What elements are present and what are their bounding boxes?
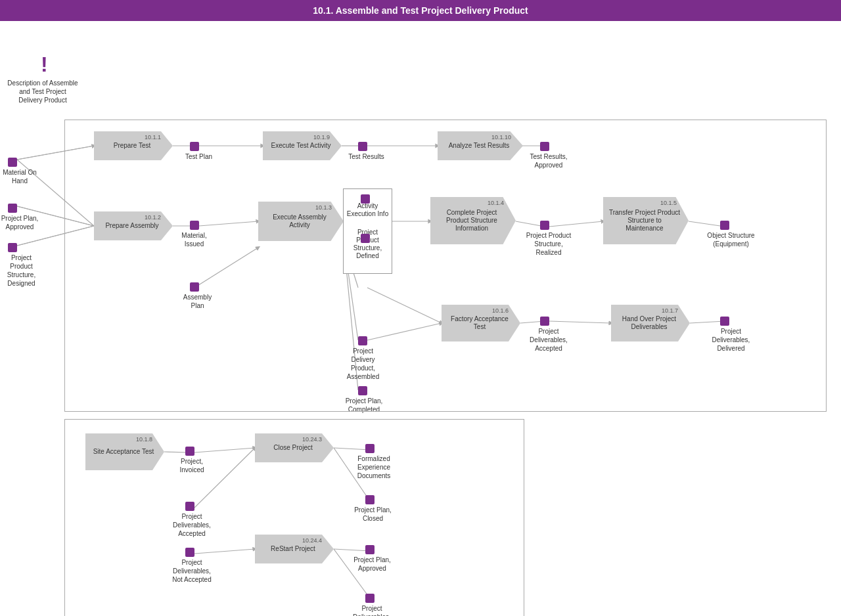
activity-num-close-project: 10.24.3 — [302, 436, 322, 443]
activity-close-project[interactable]: 10.24.3 Close Project — [255, 433, 334, 462]
header-title: 10.1. Assemble and Test Project Delivery… — [313, 5, 528, 16]
label-material-on-hand: Material On Hand — [0, 168, 39, 185]
description-label: Description of Assemble and Test Project… — [7, 79, 79, 104]
dot-project-plan-approved-out — [365, 545, 375, 554]
activity-label-site-acceptance: Site Acceptance Test — [93, 448, 154, 456]
dot-material-on-hand — [8, 158, 17, 167]
label-formalized-experience: Formalized Experience Documents — [351, 454, 397, 480]
label-project-plan-approved-in: Project Plan, Approved — [0, 214, 39, 231]
activity-num-site-acceptance: 10.1.8 — [136, 436, 152, 443]
dot-project-product-structure-designed — [8, 243, 17, 252]
label-project-deliverables-not-accepted-out: Project Deliverables, Not Accepted — [348, 604, 396, 616]
label-project-invoiced: Project, Invoiced — [172, 457, 212, 474]
canvas: ! Description of Assemble and Test Proje… — [0, 21, 841, 616]
dot-formalized-experience — [365, 444, 375, 453]
activity-restart-project[interactable]: 10.24.4 ReStart Project — [255, 535, 334, 563]
label-project-plan-approved-out: Project Plan, Approved — [351, 556, 394, 573]
label-project-deliverables-accepted-lower: Project Deliverables, Accepted — [170, 512, 214, 538]
upper-diagram-box — [64, 120, 827, 412]
label-project-product-structure-designed: Project Product Structure, Designed — [0, 253, 43, 288]
activity-label-close-project: Close Project — [273, 444, 312, 452]
activity-label-restart-project: ReStart Project — [271, 545, 315, 553]
dot-project-deliverables-not-accepted-out — [365, 594, 375, 603]
header: 10.1. Assemble and Test Project Delivery… — [0, 0, 841, 21]
description-icon: ! — [41, 53, 48, 77]
activity-num-restart-project: 10.24.4 — [302, 537, 322, 544]
activity-site-acceptance[interactable]: 10.1.8 Site Acceptance Test — [85, 433, 164, 470]
label-project-deliverables-not-accepted: Project Deliverables, Not Accepted — [168, 558, 216, 584]
dot-project-plan-approved — [8, 204, 17, 213]
dot-project-deliverables-accepted-lower — [185, 502, 194, 511]
dot-project-deliverables-not-accepted — [185, 548, 194, 557]
dot-project-invoiced — [185, 447, 194, 456]
dot-project-plan-closed — [365, 495, 375, 504]
label-project-plan-closed: Project Plan, Closed — [352, 506, 394, 523]
